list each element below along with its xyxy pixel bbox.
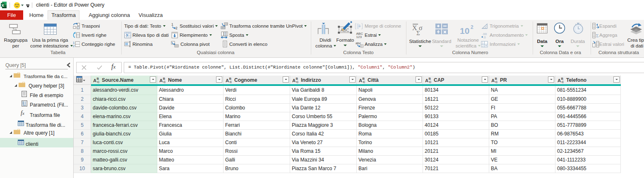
svg-text:C: C <box>562 80 564 83</box>
svg-text:3: 3 <box>482 44 484 47</box>
svg-text:A: A <box>491 78 495 83</box>
svg-text:C: C <box>363 80 365 83</box>
svg-text:X: X <box>1 3 4 7</box>
svg-text:2: 2 <box>175 26 178 30</box>
svg-text:C: C <box>163 80 166 83</box>
svg-text:A: A <box>226 78 229 83</box>
svg-text:abc: abc <box>356 41 361 45</box>
svg-text:123: 123 <box>356 35 362 38</box>
svg-text:1: 1 <box>171 22 173 26</box>
svg-text:A: A <box>359 78 362 83</box>
svg-text:C: C <box>97 80 100 83</box>
svg-text:A: A <box>425 78 428 83</box>
svg-text:A: A <box>159 78 163 83</box>
svg-text:2: 2 <box>73 45 74 47</box>
svg-text:Σ: Σ <box>416 30 420 35</box>
svg-text:C: C <box>429 80 432 83</box>
svg-text:1: 1 <box>73 41 74 44</box>
svg-text:C: C <box>296 80 299 83</box>
svg-text:C: C <box>495 80 498 83</box>
svg-text:A: A <box>557 78 561 83</box>
svg-text:Σ: Σ <box>596 33 598 38</box>
svg-text:10: 10 <box>460 26 469 35</box>
svg-text:A: A <box>93 78 96 83</box>
svg-text:?: ? <box>126 33 128 38</box>
svg-text:C: C <box>230 80 232 83</box>
svg-text:1: 1 <box>482 41 484 44</box>
svg-text:.0: .0 <box>483 36 486 39</box>
svg-text:A: A <box>292 78 296 83</box>
svg-text:2: 2 <box>471 24 473 30</box>
